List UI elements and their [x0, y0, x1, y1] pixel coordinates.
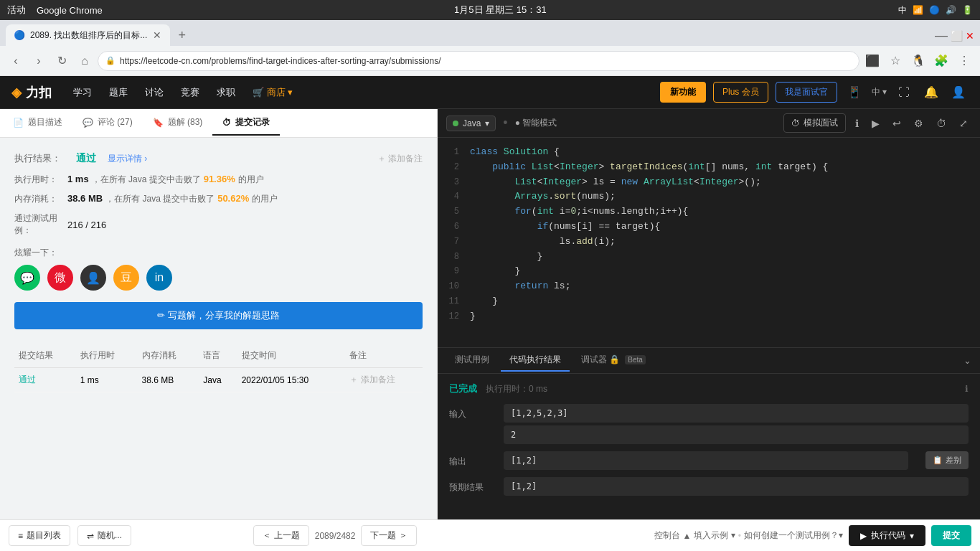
tab-solutions[interactable]: 🔖 题解 (83)	[143, 110, 213, 136]
list-btn-label: 题目列表	[27, 529, 61, 542]
done-status: 已完成	[449, 382, 477, 395]
table-header: 提交结果 执行用时 内存消耗 语言 提交时间 备注	[14, 344, 423, 368]
forward-button[interactable]: ›	[29, 51, 49, 71]
simulate-interview-btn[interactable]: ⏱ 模拟面试	[783, 113, 846, 133]
nav-problems[interactable]: 题库	[102, 83, 135, 102]
github-share-btn[interactable]: 👤	[80, 265, 106, 291]
code-result-tab[interactable]: 代码执行结果	[501, 349, 570, 372]
cast-icon[interactable]: ⬛	[862, 51, 882, 71]
test-tabs: 测试用例 代码执行结果 调试器 🔒 Beta ⌄	[438, 348, 980, 374]
fullscreen-icon[interactable]: ⛶	[894, 83, 914, 103]
write-solution-button[interactable]: ✏ 写题解，分享我的解题思路	[14, 302, 423, 329]
browser-window: 🔵 2089. 找出数组排序后的目标... ✕ + — ⬜ ✕ ‹ › ↻ ⌂ …	[0, 20, 980, 551]
minimize-window-btn[interactable]: —	[935, 28, 948, 43]
console-label: 控制台	[654, 529, 680, 542]
nav-shop[interactable]: 🛒 商店 ▾	[245, 83, 300, 102]
tab-comments[interactable]: 💬 评论 (27)	[72, 110, 143, 136]
fill-example-btn[interactable]: 填入示例 ▾	[694, 529, 735, 542]
tab-description-label: 题目描述	[28, 116, 62, 128]
input-method[interactable]: 中	[898, 4, 907, 17]
time-suffix: 的用户	[238, 174, 264, 186]
description-icon: 📄	[13, 118, 24, 128]
active-tab[interactable]: 🔵 2089. 找出数组排序后的目标... ✕	[6, 24, 170, 46]
plus-member-button[interactable]: Plus 会员	[713, 82, 768, 103]
code-line-4: 4 Arrays.sort(nums);	[438, 189, 980, 204]
app-name-label: Google Chrome	[37, 5, 103, 16]
tab-close-button[interactable]: ✕	[153, 29, 161, 41]
logo-icon: ◈	[11, 85, 22, 100]
profile-icon[interactable]: 🐧	[908, 51, 928, 71]
next-btn-label: 下一题	[370, 530, 398, 540]
lang-toggle[interactable]: 中 ▾	[872, 86, 887, 98]
expand-panel-btn[interactable]: ⌄	[963, 355, 971, 366]
col-result: 提交结果	[14, 344, 76, 368]
prev-problem-button[interactable]: ＜ 上一题	[253, 525, 308, 546]
address-bar[interactable]: 🔒 https://leetcode-cn.com/problems/find-…	[98, 51, 859, 71]
language-selector[interactable]: Java ▾	[446, 116, 496, 131]
col-note: 备注	[345, 344, 423, 368]
row-note[interactable]: ＋ 添加备注	[345, 368, 423, 392]
new-feature-button[interactable]: 新功能	[660, 82, 706, 103]
bookmark-icon[interactable]: ☆	[885, 51, 905, 71]
wechat-share-btn[interactable]: 💬	[14, 265, 40, 291]
nav-contest[interactable]: 竞赛	[174, 83, 207, 102]
settings-icon-btn[interactable]: ⚙	[910, 116, 927, 131]
undo-icon-btn[interactable]: ↩	[889, 116, 905, 131]
tab-submissions-label: 提交记录	[235, 116, 270, 128]
lock-icon: 🔒	[105, 56, 116, 65]
volume-icon: 🔊	[946, 5, 956, 15]
diff-btn-label: 差别	[946, 455, 961, 466]
row-lang: Java	[199, 368, 237, 392]
back-button[interactable]: ‹	[6, 51, 26, 71]
clock2-icon-btn[interactable]: ⏱	[933, 116, 950, 131]
extensions-icon[interactable]: 🧩	[931, 51, 951, 71]
result-detail-link[interactable]: 显示详情 ›	[108, 153, 147, 165]
code-line-7: 7 ls.add(i);	[438, 235, 980, 250]
expected-row: 预期结果 [1,2]	[449, 477, 969, 496]
col-mem: 内存消耗	[138, 344, 199, 368]
next-problem-button[interactable]: 下一题 ＞	[361, 525, 416, 546]
nav-study[interactable]: 学习	[66, 83, 99, 102]
avatar[interactable]: 👤	[948, 83, 969, 103]
reload-button[interactable]: ↻	[52, 51, 72, 71]
activities-label[interactable]: 活动	[7, 4, 26, 17]
interview-button[interactable]: 我是面试官	[776, 82, 837, 103]
problem-list-button[interactable]: ≡ 题目列表	[9, 525, 70, 546]
clock-icon: ⏱	[791, 118, 800, 128]
tab-description[interactable]: 📄 题目描述	[3, 110, 72, 136]
nav-discuss[interactable]: 讨论	[138, 83, 171, 102]
console-section: 控制台 ▲ 填入示例 ▾ • 如何创建一个测试用例？▾	[654, 525, 843, 546]
expand-icon-btn[interactable]: ⤢	[956, 116, 971, 131]
notification-icon[interactable]: 🔔	[921, 83, 941, 103]
info-icon-btn[interactable]: ℹ	[852, 116, 862, 131]
home-button[interactable]: ⌂	[75, 51, 95, 71]
maximize-window-btn[interactable]: ⬜	[951, 30, 963, 42]
expected-value: [1,2]	[504, 477, 969, 496]
code-editor[interactable]: 1 class Solution { 2 public List<Integer…	[438, 138, 980, 347]
run-icon-btn[interactable]: ▶	[868, 116, 883, 131]
weibo-share-btn[interactable]: 微	[47, 265, 73, 291]
problem-area: 📄 题目描述 💬 评论 (27) 🔖 题解 (83) ⏱ 提交记录	[0, 109, 980, 519]
linkedin-share-btn[interactable]: in	[146, 265, 172, 291]
info-btn[interactable]: ℹ	[965, 384, 969, 394]
new-tab-button[interactable]: +	[174, 25, 190, 46]
tablet-icon[interactable]: 📱	[844, 83, 864, 103]
debugger-tab[interactable]: 调试器 🔒 Beta	[573, 349, 654, 372]
menu-icon[interactable]: ⋮	[954, 51, 974, 71]
submission-table: 提交结果 执行用时 内存消耗 语言 提交时间 备注 通过 1 m	[14, 344, 423, 392]
tab-submissions[interactable]: ⏱ 提交记录	[212, 110, 280, 136]
mem-sub: ，在所有 Java 提交中击败了	[105, 193, 215, 205]
add-note-btn[interactable]: ＋ 添加备注	[377, 153, 423, 165]
close-window-btn[interactable]: ✕	[966, 30, 974, 42]
douban-share-btn[interactable]: 豆	[113, 265, 139, 291]
run-code-button[interactable]: ▶ 执行代码 ▾	[849, 525, 925, 546]
diff-button[interactable]: 📋 差别	[925, 451, 969, 469]
code-line-3: 3 List<Integer> ls = new ArrayList<Integ…	[438, 175, 980, 190]
nav-jobs[interactable]: 求职	[209, 83, 242, 102]
col-lang: 语言	[199, 344, 237, 368]
how-to-test-btn[interactable]: 如何创建一个测试用例？▾	[744, 529, 843, 542]
time-pct: 91.36%	[204, 174, 235, 184]
random-problem-button[interactable]: ⇌ 随机...	[77, 525, 131, 546]
submit-button[interactable]: 提交	[931, 525, 971, 546]
test-cases-tab[interactable]: 测试用例	[446, 349, 498, 372]
